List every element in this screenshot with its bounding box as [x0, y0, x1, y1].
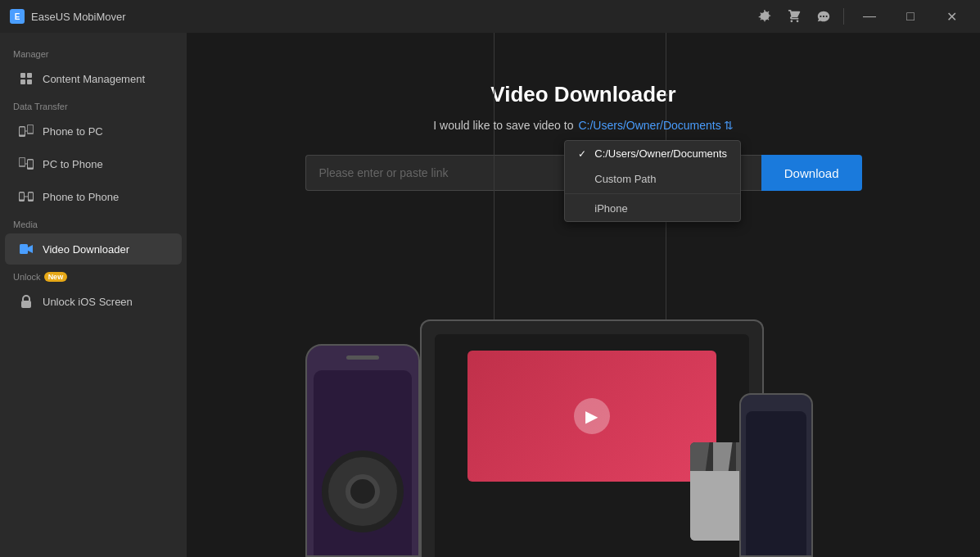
unlock-ios-label: Unlock iOS Screen	[43, 296, 133, 308]
section-unlock-header: Unlock New	[0, 265, 187, 285]
maximize-button[interactable]: □	[892, 3, 929, 29]
page-title: Video Downloader	[490, 82, 675, 107]
grid-icon	[18, 70, 34, 87]
app-logo: E	[10, 9, 25, 24]
video-downloader-label: Video Downloader	[43, 243, 129, 256]
close-button[interactable]: ✕	[933, 3, 970, 29]
dropdown-item-documents[interactable]: ✓ C:/Users/Owner/Documents	[565, 141, 740, 166]
lock-icon	[18, 293, 34, 310]
subtitle-row: I would like to save video to C:/Users/O…	[433, 119, 734, 132]
section-label-unlock: Unlock	[13, 272, 41, 282]
settings-icon-btn[interactable]	[752, 3, 778, 29]
check-placeholder	[578, 174, 588, 185]
section-label-manager: Manager	[0, 43, 187, 62]
store-icon-btn[interactable]	[781, 3, 807, 29]
phone-to-pc-icon	[18, 123, 34, 139]
dropdown-item-label-iphone: iPhone	[594, 202, 627, 215]
dropdown-item-iphone[interactable]: iPhone	[565, 196, 740, 221]
path-text: C:/Users/Owner/Documents	[578, 119, 720, 132]
stripe-2	[713, 442, 733, 471]
phone-right-screen	[746, 411, 806, 555]
svg-rect-2	[20, 79, 25, 84]
dropdown-item-label-documents: C:/Users/Owner/Documents	[594, 147, 727, 160]
path-link[interactable]: C:/Users/Owner/Documents ⇅	[578, 119, 733, 132]
phone-to-pc-label: Phone to PC	[43, 125, 103, 138]
download-button[interactable]: Download	[761, 155, 862, 191]
play-button-icon: ▶	[574, 398, 610, 434]
svg-rect-15	[29, 193, 33, 200]
svg-rect-17	[21, 301, 31, 308]
svg-rect-1	[27, 73, 32, 78]
sidebar-item-video-downloader[interactable]: Video Downloader	[5, 233, 182, 265]
check-placeholder-2	[578, 203, 588, 215]
svg-rect-5	[20, 128, 25, 135]
main-layout: Manager Content Management Data Transfer	[0, 33, 980, 557]
sidebar-item-pc-to-phone[interactable]: PC to Phone	[5, 148, 182, 179]
feedback-icon-btn[interactable]	[811, 3, 837, 29]
svg-rect-3	[27, 79, 32, 84]
phone-right	[739, 393, 813, 557]
film-reel	[322, 451, 404, 532]
svg-rect-13	[20, 193, 24, 200]
path-dropdown-menu: ✓ C:/Users/Owner/Documents Custom Path i…	[564, 140, 741, 222]
sidebar-item-phone-to-pc[interactable]: Phone to PC	[5, 115, 182, 147]
path-dropdown-icon: ⇅	[724, 119, 734, 132]
svg-rect-0	[20, 73, 25, 78]
sidebar-item-phone-to-phone[interactable]: Phone to Phone	[5, 181, 182, 212]
svg-rect-11	[20, 158, 25, 165]
video-thumbnail: ▶	[467, 351, 716, 482]
title-sep	[843, 8, 844, 25]
section-label-media: Media	[0, 213, 187, 233]
section-label-data-transfer: Data Transfer	[0, 95, 187, 115]
pc-to-phone-label: PC to Phone	[43, 158, 103, 170]
content-area: Video Downloader I would like to save vi…	[187, 33, 980, 557]
minimize-button[interactable]: —	[851, 3, 888, 29]
svg-rect-9	[28, 161, 33, 168]
illustration: ▶	[187, 278, 980, 557]
content-management-label: Content Management	[43, 73, 145, 85]
video-icon	[18, 241, 34, 257]
phone-to-phone-label: Phone to Phone	[43, 191, 119, 203]
title-bar-left: E EaseUS MobiMover	[10, 9, 126, 24]
subtitle-prefix: I would like to save video to	[433, 119, 573, 132]
content-top: Video Downloader I would like to save vi…	[187, 33, 980, 191]
app-title: EaseUS MobiMover	[31, 11, 126, 23]
sidebar: Manager Content Management Data Transfer	[0, 33, 187, 557]
sidebar-item-unlock-ios[interactable]: Unlock iOS Screen	[5, 286, 182, 317]
pc-to-phone-icon	[18, 156, 34, 172]
dropdown-item-label-custom: Custom Path	[594, 173, 656, 185]
unlock-new-badge: New	[44, 272, 68, 282]
svg-rect-16	[20, 244, 28, 254]
sidebar-item-content-management[interactable]: Content Management	[5, 63, 182, 94]
svg-rect-7	[28, 125, 33, 133]
dropdown-item-custom-path[interactable]: Custom Path	[565, 166, 740, 192]
phone-to-phone-icon	[18, 188, 34, 205]
title-bar: E EaseUS MobiMover — □ ✕	[0, 0, 980, 33]
dropdown-divider	[565, 193, 740, 194]
title-bar-controls: — □ ✕	[752, 3, 970, 29]
check-icon: ✓	[578, 148, 588, 160]
stripe-1	[690, 442, 710, 471]
